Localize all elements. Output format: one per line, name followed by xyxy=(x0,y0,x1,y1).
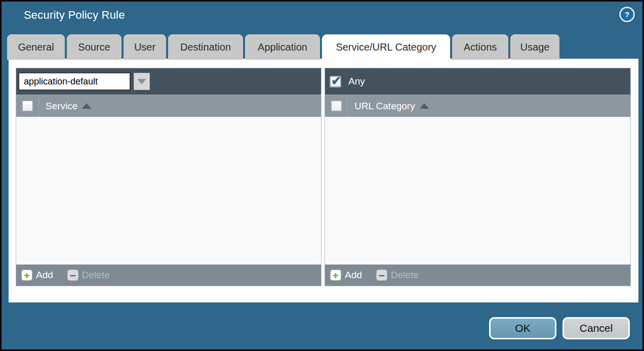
dialog-title: Security Policy Rule xyxy=(24,9,125,22)
any-checkbox[interactable] xyxy=(330,76,341,87)
tab-bar: General Source User Destination Applicat… xyxy=(7,34,559,60)
tab-actions[interactable]: Actions xyxy=(452,34,508,60)
service-select-all-cell xyxy=(16,95,39,117)
tab-user[interactable]: User xyxy=(124,34,166,60)
service-dropdown-button[interactable] xyxy=(134,73,150,90)
service-dropdown-input[interactable]: application-default xyxy=(18,72,131,91)
url-category-select-all-cell xyxy=(325,95,348,117)
sort-ascending-icon[interactable] xyxy=(82,103,91,109)
any-label: Any xyxy=(348,76,365,87)
service-column-header: Service xyxy=(16,95,321,117)
delete-minus-icon: − xyxy=(67,270,78,281)
url-category-select-all-checkbox[interactable] xyxy=(331,100,342,112)
add-plus-icon: + xyxy=(21,270,32,281)
add-button-label: Add xyxy=(36,270,53,281)
service-footer: + Add − Delete xyxy=(16,265,321,286)
url-category-add-button[interactable]: + Add xyxy=(330,270,362,281)
url-category-toolbar: Any xyxy=(325,68,630,95)
service-panel: application-default Service + Add xyxy=(16,68,321,286)
tab-usage[interactable]: Usage xyxy=(510,34,559,60)
tab-content-service-url-category: application-default Service + Add xyxy=(9,59,638,302)
tab-destination[interactable]: Destination xyxy=(168,34,243,60)
url-category-panel: Any URL Category + Add − Delete xyxy=(325,68,631,286)
help-icon[interactable]: ? xyxy=(621,8,633,21)
url-category-table-body[interactable] xyxy=(325,117,630,265)
delete-minus-icon: − xyxy=(376,270,387,281)
sort-ascending-icon[interactable] xyxy=(420,103,429,109)
ok-button[interactable]: OK xyxy=(489,317,556,339)
url-category-footer: + Add − Delete xyxy=(325,265,630,286)
add-plus-icon: + xyxy=(330,270,341,281)
service-toolbar: application-default xyxy=(16,68,321,95)
delete-button-label: Delete xyxy=(391,270,419,281)
tab-source[interactable]: Source xyxy=(67,34,122,60)
service-table-body[interactable] xyxy=(16,117,321,265)
tab-service-url-category[interactable]: Service/URL Category xyxy=(322,34,450,60)
service-add-button[interactable]: + Add xyxy=(21,270,53,281)
url-category-column-header: URL Category xyxy=(325,95,630,117)
url-category-delete-button[interactable]: − Delete xyxy=(376,270,419,281)
tab-application[interactable]: Application xyxy=(245,34,320,60)
security-policy-rule-dialog: Security Policy Rule ? General Source Us… xyxy=(0,0,644,351)
add-button-label: Add xyxy=(345,270,362,281)
chevron-down-icon xyxy=(137,79,146,84)
service-column-title[interactable]: Service xyxy=(46,101,77,112)
cancel-button[interactable]: Cancel xyxy=(562,317,630,339)
service-delete-button[interactable]: − Delete xyxy=(67,270,110,281)
service-select-all-checkbox[interactable] xyxy=(22,100,33,112)
delete-button-label: Delete xyxy=(82,270,110,281)
tab-general[interactable]: General xyxy=(7,34,65,60)
url-category-column-title[interactable]: URL Category xyxy=(354,101,415,112)
